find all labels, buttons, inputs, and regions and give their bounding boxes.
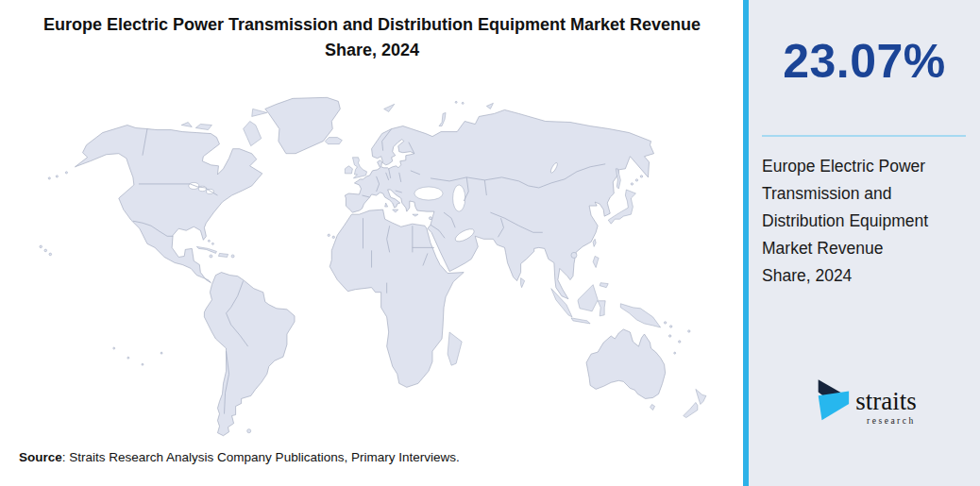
title-line-2: Share, 2024 — [0, 38, 744, 63]
world-map-svg — [9, 90, 718, 439]
stat-value: 23.07% — [749, 34, 980, 89]
map-panel: Europe Electric Power Transmission and D… — [0, 0, 743, 486]
logo-tagline: research — [855, 416, 917, 426]
south-america — [204, 273, 295, 436]
logo-wordmark: straits — [855, 389, 917, 414]
infographic: Europe Electric Power Transmission and D… — [0, 0, 980, 486]
world-map — [9, 90, 718, 439]
north-america — [40, 97, 340, 282]
stat-divider-line — [762, 135, 966, 137]
stat-description: Europe Electric Power Transmission and D… — [762, 153, 972, 290]
source-label: Source — [19, 450, 62, 464]
british-isles — [325, 138, 366, 178]
southeast-asia-islands — [521, 278, 672, 328]
title-line-1: Europe Electric Power Transmission and D… — [0, 12, 744, 38]
stat-description-line: Distribution Equipment — [762, 208, 972, 235]
logo-text: straits research — [855, 377, 917, 426]
page-title: Europe Electric Power Transmission and D… — [0, 12, 744, 63]
stat-description-line: Share, 2024 — [762, 262, 972, 290]
caribbean — [196, 240, 234, 258]
source-note: Source: Straits Research Analysis Compan… — [19, 450, 460, 464]
stat-panel: 23.07% Europe Electric Power Transmissio… — [749, 0, 980, 486]
straits-logo-icon — [812, 377, 852, 429]
source-text: : Straits Research Analysis Company Publ… — [62, 450, 460, 464]
stat-description-line: Europe Electric Power — [762, 153, 972, 180]
stat-description-line: Market Revenue — [762, 235, 972, 262]
straits-research-logo: straits research — [749, 377, 980, 429]
stat-description-line: Transmission and — [762, 180, 972, 208]
